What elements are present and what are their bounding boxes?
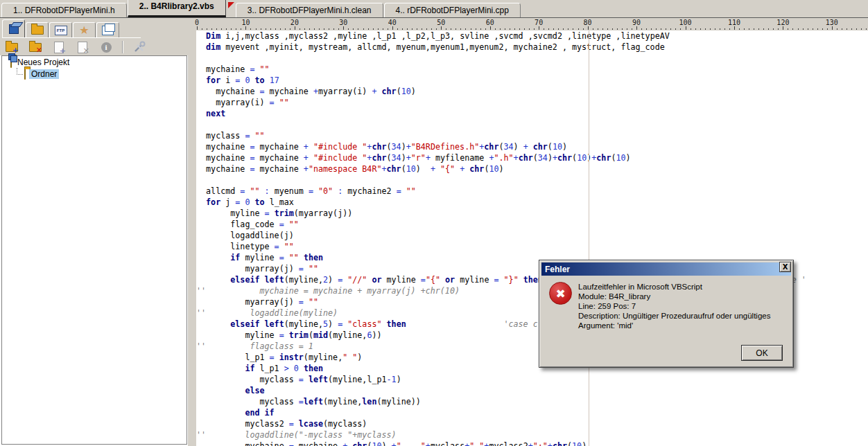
- ruler-tick: [715, 28, 715, 30]
- ruler-tick: [627, 28, 627, 30]
- code-line: [196, 53, 868, 64]
- ruler-tick: [261, 28, 261, 30]
- ruler-tick: [661, 28, 661, 30]
- ruler-tick: [333, 28, 334, 30]
- code-line: '' logaddline("-myclass "+myclass): [196, 429, 868, 440]
- tab-ftp[interactable]: FTP: [49, 22, 72, 37]
- code-line: myclass =left(myline,len(myline)): [196, 396, 868, 407]
- ruler-tick: [778, 28, 779, 30]
- code-line: end if: [196, 407, 868, 418]
- tab-windows[interactable]: [96, 22, 119, 37]
- ruler-tick: [485, 28, 486, 30]
- file-tab-4[interactable]: 4.. rDFRobotDFPlayerMini.cpp: [384, 3, 521, 17]
- info-button[interactable]: i: [98, 40, 114, 54]
- ruler-tick: [612, 28, 613, 30]
- ruler-tick: [573, 28, 573, 30]
- ruler-tick: [353, 28, 354, 30]
- ruler-label: 0: [186, 19, 207, 26]
- ruler-tick: [465, 28, 466, 30]
- add-folder-button[interactable]: +: [4, 40, 19, 54]
- ruler-tick: [641, 28, 642, 30]
- ruler-tick: [324, 28, 324, 30]
- ruler-tick: [813, 28, 813, 30]
- ruler-tick: [754, 28, 754, 30]
- ruler-tick: [588, 26, 589, 30]
- ruler-tick: [695, 28, 696, 30]
- dialog-titlebar[interactable]: Fehler: [541, 262, 791, 276]
- ruler-tick: [202, 28, 202, 30]
- ruler-tick: [598, 28, 598, 30]
- tab-files[interactable]: [26, 22, 49, 37]
- ruler-label: 80: [578, 19, 598, 26]
- file-tab-3[interactable]: 3.. DFRobotDFPlayerMini.h.clean: [236, 3, 383, 17]
- dialog-message-line: Module: B4R_library: [578, 292, 772, 301]
- dialog-message-line: Description: Ungültiger Prozeduraufruf o…: [578, 311, 772, 321]
- ruler-tick: [280, 28, 281, 30]
- ruler-tick: [773, 28, 774, 30]
- tab-project[interactable]: [2, 19, 25, 37]
- ruler-tick: [426, 28, 427, 30]
- ruler-tick: [691, 28, 691, 30]
- ruler-tick: [378, 28, 379, 30]
- ruler-tick: [583, 28, 584, 30]
- ruler-tick: [510, 28, 510, 30]
- delete-item-icon: ✕: [78, 42, 87, 53]
- tools-button[interactable]: [132, 40, 147, 54]
- code-line: myclass = left(myline,l_p1-1): [196, 374, 868, 385]
- ruler-tick: [245, 26, 246, 30]
- editor-gutter: [188, 30, 196, 446]
- code-line: flag_code = "": [196, 219, 868, 230]
- ruler-tick: [431, 28, 432, 30]
- tree-item-ordner[interactable]: Ordner: [2, 68, 186, 80]
- ruler-tick: [861, 28, 862, 30]
- ruler-tick: [558, 28, 559, 30]
- ruler-tick: [500, 28, 501, 30]
- ruler-tick: [231, 28, 232, 30]
- new-item-button[interactable]: +: [51, 40, 67, 54]
- ruler-tick: [412, 28, 413, 30]
- ruler-tick: [700, 28, 701, 30]
- ruler-tick: [534, 28, 535, 30]
- file-tab-1[interactable]: 1.. DFRobotDFPlayerMini.h: [1, 3, 127, 17]
- new-item-icon: +: [54, 42, 64, 53]
- ruler-tick: [622, 28, 623, 30]
- sidebar-icon-tabs: FTP ★: [2, 19, 141, 38]
- file-tab-bar: 1.. DFRobotDFPlayerMini.h2.. B4Rlibrary2…: [0, 0, 868, 18]
- ruler-tick: [529, 28, 530, 30]
- code-line: dim myevent ,myinit, mystream, allcmd, m…: [196, 42, 868, 53]
- ruler-tick: [285, 28, 286, 30]
- file-tab-2[interactable]: 2.. B4Rlibrary2.vbs: [128, 0, 226, 17]
- ruler-tick: [392, 26, 393, 30]
- ruler-tick: [304, 28, 305, 30]
- ruler-tick: [211, 28, 212, 30]
- dialog-title: Fehler: [545, 265, 570, 274]
- delete-item-button[interactable]: ✕: [75, 40, 90, 54]
- ruler-tick: [553, 28, 554, 30]
- tools-icon: [133, 41, 146, 53]
- code-editor[interactable]: Dim i,j,myclass ,myclass2 ,myline ,l_p1 …: [196, 30, 868, 446]
- ruler-tick: [319, 28, 320, 30]
- ruler-tick: [788, 28, 788, 30]
- remove-folder-button[interactable]: ✕: [28, 40, 43, 54]
- code-line: mychaine = mychaine + "#include "+chr(34…: [196, 141, 868, 152]
- ruler-tick: [519, 28, 520, 30]
- ruler-label: 30: [333, 19, 354, 26]
- ruler-tick: [548, 28, 549, 30]
- ruler-tick: [602, 28, 603, 30]
- ruler-label: 10: [235, 19, 256, 26]
- modified-flag-icon: [228, 2, 234, 8]
- ruler-tick: [417, 28, 417, 30]
- ok-button[interactable]: OK: [741, 345, 783, 361]
- ruler-tick: [763, 28, 764, 30]
- dialog-message-line: Laufzeitfehler in Microsoft VBScript: [578, 282, 772, 292]
- tab-favorites[interactable]: ★: [73, 22, 96, 37]
- ruler-tick: [749, 28, 749, 30]
- star-icon: ★: [79, 25, 89, 36]
- ruler-tick: [373, 28, 374, 30]
- ruler-tick: [422, 28, 422, 30]
- close-icon[interactable]: X: [779, 262, 791, 272]
- ruler-tick: [710, 28, 711, 30]
- ruler-tick: [358, 28, 358, 30]
- ruler-tick: [651, 28, 652, 30]
- ruler-label: 130: [822, 19, 842, 26]
